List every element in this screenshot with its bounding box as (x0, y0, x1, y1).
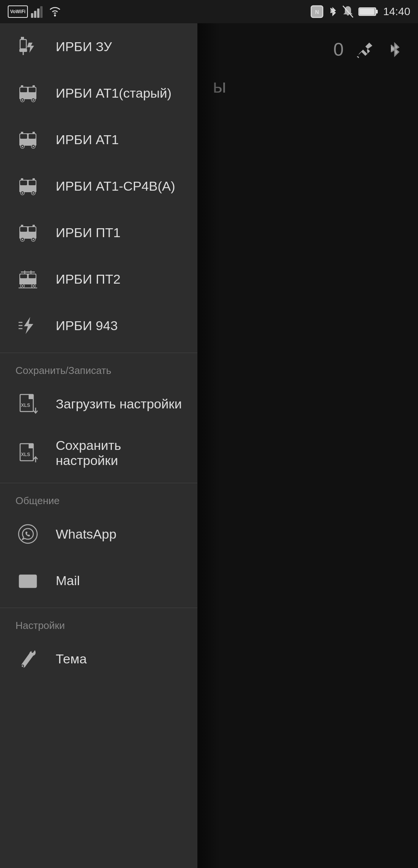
svg-text:XLS: XLS (21, 403, 30, 408)
svg-rect-57 (20, 274, 27, 278)
bus3-icon (15, 220, 40, 245)
svg-point-63 (33, 285, 34, 287)
svg-rect-13 (22, 37, 24, 40)
xls-upload-icon: XLS (15, 441, 40, 465)
svg-rect-76 (29, 444, 33, 448)
section-header-communication: Общение (0, 487, 197, 511)
svg-rect-72 (29, 394, 33, 399)
xls-download-icon: XLS (15, 391, 40, 416)
drawer-item-theme-label: Тема (56, 651, 87, 666)
drawer-item-mail[interactable]: Mail (0, 557, 197, 604)
drawer-item-irbi-zu[interactable]: ИРБИ ЗУ (0, 23, 197, 70)
svg-point-79 (19, 525, 37, 543)
svg-rect-25 (33, 85, 35, 88)
svg-point-84 (22, 665, 23, 667)
app-top-bar: 0 (205, 31, 410, 68)
svg-rect-17 (20, 88, 27, 92)
svg-point-23 (33, 99, 34, 101)
wifi-icon (48, 5, 62, 18)
whatsapp-icon (15, 522, 40, 546)
drawer-item-load-settings[interactable]: XLS Загрузить настройки (0, 381, 197, 427)
svg-rect-37 (20, 181, 27, 185)
svg-rect-9 (376, 10, 378, 14)
wrench-icon (15, 646, 40, 671)
drawer-item-save-settings[interactable]: XLS Сохранить настройки (0, 427, 197, 479)
nfc-icon: N (310, 5, 324, 18)
svg-rect-27 (20, 134, 27, 139)
svg-point-4 (54, 15, 56, 17)
svg-rect-2 (37, 9, 39, 18)
drawer-item-irbi-pt2[interactable]: ИРБИ ПТ2 (0, 256, 197, 302)
drawer-item-irbi-pt2-label: ИРБИ ПТ2 (56, 272, 120, 287)
svg-rect-44 (21, 178, 23, 181)
status-bar-right: N 14:40 (310, 5, 410, 18)
svg-rect-54 (21, 225, 23, 227)
svg-rect-48 (29, 227, 36, 232)
svg-rect-18 (29, 88, 36, 92)
bluetooth-icon (328, 5, 337, 18)
app-number: 0 (333, 39, 344, 60)
navigation-drawer: ИРБИ ЗУ ИРБИ АТ1(старый) (0, 0, 197, 868)
svg-rect-47 (20, 227, 27, 232)
drawer-item-irbi-943[interactable]: ИРБИ 943 (0, 302, 197, 349)
section-header-settings: Настройки (0, 612, 197, 636)
status-time: 14:40 (383, 5, 410, 18)
svg-rect-55 (33, 225, 35, 227)
drawer-item-irbi-at1-old[interactable]: ИРБИ АТ1(старый) (0, 70, 197, 116)
drawer-item-irbi-at1-old-label: ИРБИ АТ1(старый) (56, 86, 171, 101)
drawer-item-irbi-at1-label: ИРБИ АТ1 (56, 132, 119, 147)
svg-point-61 (22, 285, 23, 287)
svg-rect-34 (21, 132, 23, 134)
svg-point-51 (22, 239, 23, 240)
partial-text: ы (205, 68, 410, 105)
svg-point-43 (33, 192, 34, 194)
svg-point-41 (22, 192, 23, 194)
bus-icon (15, 127, 40, 152)
lightning-icon (15, 313, 40, 338)
svg-text:N: N (315, 9, 319, 15)
svg-rect-45 (33, 178, 35, 181)
status-bar: Vo WiFi N (0, 0, 418, 23)
drawer-item-whatsapp-label: WhatsApp (56, 527, 116, 542)
svg-point-33 (33, 146, 34, 147)
drawer-item-load-settings-label: Загрузить настройки (56, 396, 182, 412)
bluetooth-status-icon (387, 40, 403, 60)
section-divider-1 (0, 353, 197, 353)
bus-old-icon (15, 81, 40, 105)
svg-point-53 (33, 239, 34, 240)
drawer-item-irbi-at1[interactable]: ИРБИ АТ1 (0, 116, 197, 163)
tram-icon (15, 267, 40, 291)
svg-rect-14 (21, 37, 22, 40)
charger-icon (15, 34, 40, 59)
drawer-item-irbi-pt1-label: ИРБИ ПТ1 (56, 225, 120, 240)
section-divider-2 (0, 483, 197, 483)
bus2-icon (15, 174, 40, 198)
drawer-item-irbi-at1-sr4ba[interactable]: ИРБИ АТ1-СР4В(А) (0, 163, 197, 209)
svg-rect-35 (33, 132, 35, 134)
battery-icon (358, 6, 379, 17)
vowifi-icon: Vo WiFi (8, 5, 28, 18)
svg-point-31 (22, 146, 23, 147)
mail-icon (15, 568, 40, 593)
svg-rect-58 (29, 274, 36, 278)
drawer-item-theme[interactable]: Тема (0, 636, 197, 682)
drawer-item-whatsapp[interactable]: WhatsApp (0, 511, 197, 557)
svg-rect-1 (34, 11, 36, 18)
svg-point-21 (22, 99, 23, 101)
drawer-item-save-settings-label: Сохранить настройки (56, 438, 182, 468)
svg-rect-0 (31, 13, 33, 18)
drawer-item-irbi-pt1[interactable]: ИРБИ ПТ1 (0, 209, 197, 256)
svg-rect-3 (40, 6, 43, 18)
drawer-item-irbi-zu-label: ИРБИ ЗУ (56, 39, 112, 54)
section-header-save: Сохранить/Записать (0, 357, 197, 381)
pin-icon (355, 40, 375, 60)
svg-text:XLS: XLS (21, 452, 30, 457)
svg-rect-38 (29, 181, 36, 185)
drawer-item-irbi-at1-sr4ba-label: ИРБИ АТ1-СР4В(А) (56, 179, 175, 194)
drawer-item-mail-label: Mail (56, 573, 80, 588)
status-bar-left: Vo WiFi (8, 5, 62, 18)
svg-rect-11 (20, 40, 26, 49)
svg-rect-24 (21, 85, 23, 88)
section-divider-3 (0, 608, 197, 608)
svg-rect-12 (19, 49, 27, 52)
